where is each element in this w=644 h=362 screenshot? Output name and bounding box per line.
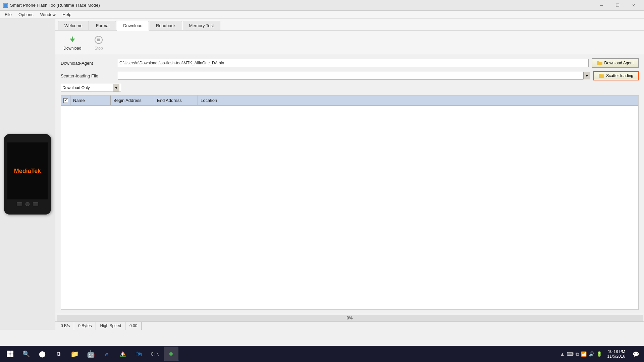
taskbar-chrome[interactable] bbox=[115, 347, 130, 361]
table-header-end: End Address bbox=[154, 96, 198, 105]
svg-rect-1 bbox=[4, 5, 7, 5]
status-time: 0:00 bbox=[125, 322, 142, 330]
download-agent-btn-label: Download Agent bbox=[604, 61, 634, 65]
download-icon bbox=[67, 35, 78, 45]
taskbar: 🔍 ⬤ ⧉ 📁 🤖 e 🛍 bbox=[0, 346, 644, 362]
search-button[interactable]: 🔍 bbox=[19, 347, 34, 361]
taskbar-cmd[interactable]: C:\ bbox=[148, 347, 162, 361]
scatter-loading-row: Scatter-loading File ▼ Scatter-loading bbox=[61, 71, 639, 80]
svg-rect-2 bbox=[4, 6, 6, 6]
sp-tool-icon: ◈ bbox=[169, 350, 173, 357]
tray-volume[interactable]: 🔊 bbox=[589, 351, 594, 357]
start-icon bbox=[7, 351, 13, 357]
mode-select[interactable]: Download Only ▼ bbox=[61, 84, 121, 92]
file-explorer-icon: 📁 bbox=[70, 350, 79, 358]
taskbar-clock[interactable]: 10:18 PM 11/5/2016 bbox=[605, 349, 628, 359]
download-agent-label: Download-Agent bbox=[61, 61, 114, 66]
scatter-folder-icon bbox=[599, 74, 604, 78]
mode-select-value: Download Only bbox=[62, 85, 90, 90]
tab-memory-test[interactable]: Memory Test bbox=[183, 21, 220, 30]
tab-download[interactable]: Download bbox=[117, 21, 149, 31]
select-all-checkbox[interactable] bbox=[63, 98, 68, 103]
search-icon: 🔍 bbox=[22, 350, 30, 358]
taskbar-right: ▲ ⌨ ⧉ 📶 🔊 🔋 10:18 PM 11/5/2016 💬 bbox=[560, 347, 641, 361]
title-bar-left: Smart Phone Flash Tool(Runtime Trace Mod… bbox=[3, 3, 100, 8]
status-speed: 0 B/s bbox=[57, 322, 74, 330]
phone-buttons bbox=[17, 202, 38, 206]
download-label: Download bbox=[63, 46, 81, 51]
menu-file[interactable]: File bbox=[1, 11, 15, 18]
app-icon bbox=[3, 3, 8, 8]
file-table: Name Begin Address End Address Location bbox=[61, 95, 639, 310]
tray-keyboard[interactable]: ⌨ bbox=[567, 351, 574, 357]
progress-bar-container: 0% bbox=[57, 315, 643, 321]
taskbar-store[interactable]: 🛍 bbox=[131, 347, 146, 361]
stop-button[interactable]: Stop bbox=[91, 33, 107, 52]
table-header: Name Begin Address End Address Location bbox=[61, 96, 638, 106]
phone-device: MediaTek bbox=[4, 134, 51, 215]
taskbar-sp-tool[interactable]: ◈ bbox=[164, 347, 178, 361]
scatter-loading-label: Scatter-loading File bbox=[61, 73, 114, 78]
title-bar: Smart Phone Flash Tool(Runtime Trace Mod… bbox=[0, 0, 644, 11]
tab-format[interactable]: Format bbox=[90, 21, 116, 30]
status-bytes: 0 Bytes bbox=[74, 322, 96, 330]
start-button[interactable] bbox=[3, 347, 17, 361]
cmd-icon: C:\ bbox=[151, 351, 159, 357]
left-panel: MediaTek bbox=[0, 19, 55, 330]
scatter-dropdown-arrow[interactable]: ▼ bbox=[583, 72, 590, 79]
tray-battery[interactable]: 🔋 bbox=[596, 351, 602, 357]
download-agent-row: Download-Agent Download Agent bbox=[61, 58, 639, 68]
table-header-check bbox=[61, 96, 70, 105]
taskbar-cortana[interactable]: ⬤ bbox=[35, 347, 50, 361]
minimize-button[interactable]: ─ bbox=[594, 0, 609, 11]
tabs-bar: Welcome Format Download Readback Memory … bbox=[55, 19, 644, 31]
close-button[interactable]: ✕ bbox=[626, 0, 641, 11]
tray-show-hidden[interactable]: ▲ bbox=[560, 351, 565, 357]
table-header-location: Location bbox=[198, 96, 638, 105]
menu-help[interactable]: Help bbox=[59, 11, 75, 18]
tray-taskview[interactable]: ⧉ bbox=[576, 351, 579, 357]
menu-window[interactable]: Window bbox=[37, 11, 59, 18]
download-agent-input[interactable] bbox=[118, 59, 589, 67]
table-body bbox=[61, 106, 638, 309]
tray-network[interactable]: 📶 bbox=[581, 351, 587, 357]
scatter-loading-button[interactable]: Scatter-loading bbox=[593, 71, 639, 80]
table-header-begin: Begin Address bbox=[111, 96, 154, 105]
progress-label: 0% bbox=[347, 316, 353, 320]
taskbar-file-explorer[interactable]: 📁 bbox=[67, 347, 82, 361]
edge-icon: e bbox=[105, 350, 108, 358]
mediatek-logo: MediaTek bbox=[14, 168, 41, 175]
phone-btn-back bbox=[17, 202, 22, 206]
table-header-name: Name bbox=[70, 96, 111, 105]
svg-rect-0 bbox=[3, 4, 7, 7]
phone-btn-menu bbox=[33, 202, 38, 206]
notification-icon: 💬 bbox=[633, 351, 639, 357]
download-button[interactable]: Download bbox=[61, 33, 84, 52]
notification-button[interactable]: 💬 bbox=[631, 347, 641, 361]
taskbar-task-view[interactable]: ⧉ bbox=[51, 347, 66, 361]
mode-row: Download Only ▼ bbox=[61, 84, 639, 92]
taskbar-left: 🔍 ⬤ ⧉ 📁 🤖 e 🛍 bbox=[3, 347, 178, 361]
tab-welcome[interactable]: Welcome bbox=[58, 21, 89, 30]
right-content: Welcome Format Download Readback Memory … bbox=[55, 19, 644, 330]
svg-rect-4 bbox=[72, 37, 73, 39]
taskbar-android-tool[interactable]: 🤖 bbox=[83, 347, 98, 361]
svg-rect-6 bbox=[97, 39, 100, 41]
menu-bar: File Options Window Help bbox=[0, 11, 644, 19]
task-view-icon: ⧉ bbox=[57, 351, 60, 357]
phone-screen: MediaTek bbox=[7, 142, 48, 199]
store-icon: 🛍 bbox=[136, 350, 142, 358]
menu-options[interactable]: Options bbox=[15, 11, 37, 18]
content-area: Download-Agent Download Agent Scatter-lo… bbox=[55, 54, 644, 314]
stop-icon bbox=[93, 35, 104, 45]
restore-button[interactable]: ❐ bbox=[610, 0, 625, 11]
status-info: 0 B/s 0 Bytes High Speed 0:00 bbox=[55, 321, 644, 330]
mode-select-arrow[interactable]: ▼ bbox=[113, 84, 119, 92]
download-agent-button[interactable]: Download Agent bbox=[592, 58, 639, 68]
scatter-loading-input[interactable] bbox=[118, 72, 583, 80]
title-bar-controls: ─ ❐ ✕ bbox=[594, 0, 641, 11]
clock-date: 11/5/2016 bbox=[607, 354, 625, 359]
taskbar-edge[interactable]: e bbox=[99, 347, 114, 361]
cortana-icon: ⬤ bbox=[39, 350, 46, 358]
tab-readback[interactable]: Readback bbox=[150, 21, 182, 30]
